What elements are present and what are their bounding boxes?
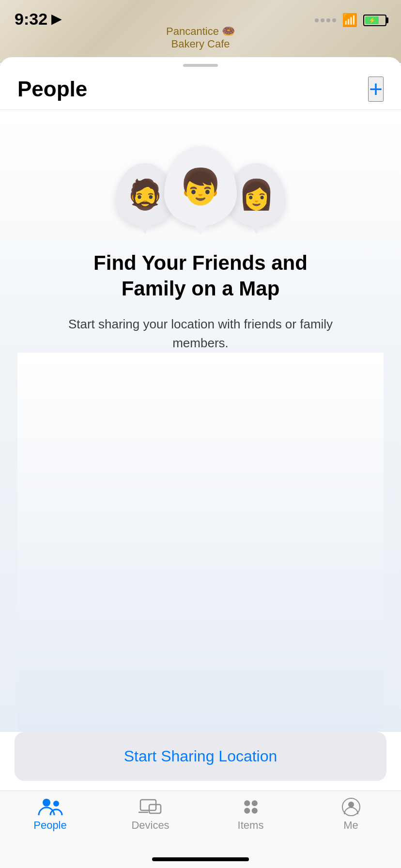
svg-point-8 (251, 808, 257, 814)
svg-rect-3 (149, 805, 161, 813)
start-sharing-button[interactable]: Start Sharing Location (15, 732, 386, 781)
status-right-icons: 📶 ⚡ (315, 10, 386, 28)
avatar-center-emoji: 👦 (179, 169, 222, 204)
tab-devices-label: Devices (131, 819, 169, 832)
svg-point-0 (43, 799, 50, 806)
home-indicator (152, 857, 249, 861)
me-tab-icon (342, 798, 360, 816)
avatar-right-emoji: 👩 (238, 180, 275, 209)
page-title: People (17, 77, 87, 101)
tab-devices[interactable]: Devices (100, 798, 200, 832)
tab-me-label: Me (343, 819, 358, 832)
location-arrow-icon: ▶ (51, 12, 61, 27)
status-bar: 9:32 ▶ 📶 ⚡ (0, 0, 401, 43)
avatar-left-emoji: 🧔 (127, 180, 163, 209)
tab-me[interactable]: Me (301, 798, 401, 832)
svg-point-10 (348, 802, 354, 807)
svg-point-5 (244, 800, 250, 806)
sheet-content: 🧔 👦 👩 Find Your Friends and Family on a … (0, 110, 401, 732)
devices-tab-icon (139, 798, 163, 816)
sub-heading: Start sharing your location with friends… (65, 315, 336, 353)
people-tab-icon (38, 798, 63, 816)
status-time: 9:32 ▶ (15, 10, 61, 29)
tab-people[interactable]: People (0, 798, 100, 832)
svg-point-7 (244, 808, 250, 814)
tab-items-label: Items (238, 819, 264, 832)
battery-icon: ⚡ (363, 15, 386, 26)
sheet-header: People + (0, 67, 401, 110)
signal-icon (315, 18, 336, 22)
main-heading: Find Your Friends and Family on a Map (60, 250, 341, 301)
time-display: 9:32 (15, 10, 47, 29)
tab-bar: People Devices Items Me (0, 790, 401, 868)
svg-point-6 (251, 800, 257, 806)
wifi-icon: 📶 (342, 13, 357, 28)
gradient-spacer (17, 353, 384, 732)
people-sheet: People + 🧔 👦 👩 Find Your Friends and Fam… (0, 57, 401, 868)
tab-items[interactable]: Items (200, 798, 301, 832)
avatar-center: 👦 (164, 146, 237, 226)
tab-people-label: People (33, 819, 67, 832)
avatar-cluster: 🧔 👦 👩 (116, 129, 285, 226)
add-person-button[interactable]: + (368, 77, 384, 102)
items-tab-icon (240, 798, 262, 816)
sheet-bottom: Start Sharing Location (0, 732, 401, 790)
svg-point-1 (53, 801, 59, 806)
